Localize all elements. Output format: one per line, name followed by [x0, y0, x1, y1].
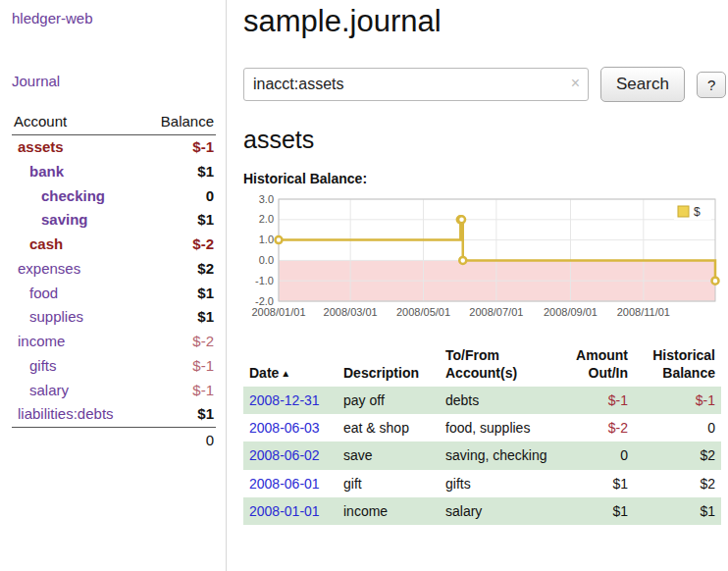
main-content: sample.journal × Search ? assets Histori…	[227, 0, 728, 571]
register-table: Date▲ Description To/From Account(s) Amo…	[243, 344, 721, 525]
x-tick-label: 2008/03/01	[324, 306, 378, 318]
account-balance: $1	[143, 282, 216, 306]
account-row: saving$1	[12, 208, 216, 233]
account-row: expenses$2	[12, 257, 216, 282]
account-link[interactable]: food	[29, 285, 58, 301]
transaction-running-balance: $2	[634, 470, 721, 497]
app-title: hledger-web	[12, 10, 216, 27]
account-link[interactable]: checking	[41, 187, 105, 204]
chart-title: Historical Balance:	[243, 171, 726, 186]
account-link[interactable]: expenses	[18, 260, 80, 277]
transaction-date-link[interactable]: 2008-06-01	[249, 476, 320, 492]
register-row: 2008-12-31pay offdebts$-1$-1	[243, 387, 721, 414]
app-title-link[interactable]: hledger-web	[12, 10, 93, 26]
account-row: food$1	[12, 282, 216, 306]
account-link[interactable]: saving	[41, 211, 88, 228]
clear-search-icon[interactable]: ×	[571, 76, 580, 91]
transaction-description: save	[338, 441, 440, 469]
transaction-description: pay off	[338, 387, 440, 414]
account-link[interactable]: cash	[29, 235, 63, 252]
register-row: 2008-06-01giftgifts$1$2	[243, 470, 721, 497]
x-tick-label: 2008/01/01	[251, 306, 305, 318]
transaction-running-balance: 0	[634, 414, 721, 441]
account-row: salary$-1	[12, 379, 216, 403]
transaction-amount: 0	[555, 441, 634, 469]
y-tick-label: 1.0	[259, 234, 274, 245]
account-row: supplies$1	[12, 305, 216, 330]
transaction-date-link[interactable]: 2008-12-31	[249, 392, 320, 408]
account-link[interactable]: bank	[29, 163, 64, 180]
journal-nav: Journal	[12, 73, 216, 90]
account-link[interactable]: liabilities:debts	[18, 405, 114, 422]
transaction-date-link[interactable]: 2008-06-02	[249, 447, 320, 463]
account-heading: assets	[243, 126, 726, 154]
account-balance: $-1	[143, 135, 216, 160]
journal-link[interactable]: Journal	[12, 73, 60, 89]
transaction-amount: $1	[555, 470, 634, 497]
account-row: income$-2	[12, 330, 216, 354]
historical-balance-chart: 3.02.01.00.0-1.0-2.02008/01/012008/03/01…	[243, 193, 721, 331]
transaction-accounts: saving, checking	[440, 441, 555, 469]
account-row: cash$-2	[12, 233, 216, 257]
transaction-description: gift	[338, 470, 440, 497]
accounts-total-row: 0	[12, 428, 216, 453]
register-header-date-label: Date	[249, 365, 279, 381]
transaction-accounts: food, supplies	[440, 414, 555, 441]
account-row: gifts$-1	[12, 354, 216, 379]
transaction-amount: $-1	[555, 387, 634, 414]
hledger-web-app: hledger-web Journal Account Balance asse…	[0, 0, 728, 571]
register-row: 2008-01-01incomesalary$1$1	[243, 497, 721, 525]
register-body: 2008-12-31pay offdebts$-1$-12008-06-03ea…	[243, 387, 721, 525]
account-balance: $-2	[143, 330, 216, 354]
account-link[interactable]: gifts	[29, 357, 57, 374]
x-tick-label: 2008/07/01	[469, 306, 523, 318]
account-balance: $2	[143, 257, 216, 282]
account-balance: $1	[143, 402, 216, 427]
account-link[interactable]: income	[18, 333, 65, 349]
chart-svg: 3.02.01.00.0-1.0-2.02008/01/012008/03/01…	[243, 193, 721, 331]
legend-label: $	[694, 205, 701, 219]
account-row: assets$-1	[12, 135, 216, 160]
x-tick-label: 2008/11/01	[617, 306, 670, 318]
transaction-amount: $-2	[555, 414, 634, 441]
account-balance: $-1	[143, 379, 216, 403]
account-link[interactable]: salary	[29, 382, 69, 398]
transaction-running-balance: $2	[634, 441, 721, 469]
sort-ascending-icon: ▲	[281, 368, 290, 379]
y-tick-label: 0.0	[259, 254, 274, 266]
account-balance: $1	[143, 305, 216, 330]
y-tick-label: 2.0	[259, 213, 274, 225]
accounts-header-balance: Balance	[143, 110, 216, 135]
data-point-marker	[712, 278, 719, 285]
y-tick-label: -2.0	[255, 295, 274, 307]
accounts-table: Account Balance assets$-1bank$1checking0…	[12, 110, 216, 453]
search-form: × Search ?	[243, 67, 726, 102]
account-row: bank$1	[12, 160, 216, 184]
search-button[interactable]: Search	[600, 67, 685, 102]
search-box: ×	[243, 68, 589, 101]
transaction-accounts: salary	[440, 497, 555, 525]
accounts-total-balance: 0	[143, 428, 216, 453]
data-point-marker	[458, 216, 465, 223]
transaction-description: income	[338, 497, 440, 525]
account-balance: $1	[143, 208, 216, 233]
register-header-balance: Historical Balance	[634, 344, 721, 387]
sidebar: hledger-web Journal Account Balance asse…	[0, 0, 227, 571]
y-tick-label: -1.0	[255, 275, 274, 286]
transaction-date-link[interactable]: 2008-01-01	[249, 503, 320, 519]
transaction-date-link[interactable]: 2008-06-03	[249, 420, 320, 436]
register-header-date[interactable]: Date▲	[243, 344, 338, 387]
y-tick-label: 3.0	[259, 193, 274, 205]
account-link[interactable]: supplies	[29, 308, 83, 325]
accounts-header-row: Account Balance	[12, 110, 216, 135]
accounts-total-spacer	[12, 428, 143, 453]
account-link[interactable]: assets	[18, 138, 64, 155]
legend-swatch	[678, 206, 689, 217]
help-button[interactable]: ?	[697, 72, 726, 98]
register-row: 2008-06-03eat & shopfood, supplies$-20	[243, 414, 721, 441]
search-input[interactable]	[243, 68, 589, 101]
page-title: sample.journal	[243, 4, 726, 39]
register-row: 2008-06-02savesaving, checking0$2	[243, 441, 721, 469]
data-point-marker	[276, 236, 283, 243]
transaction-accounts: gifts	[440, 470, 555, 497]
